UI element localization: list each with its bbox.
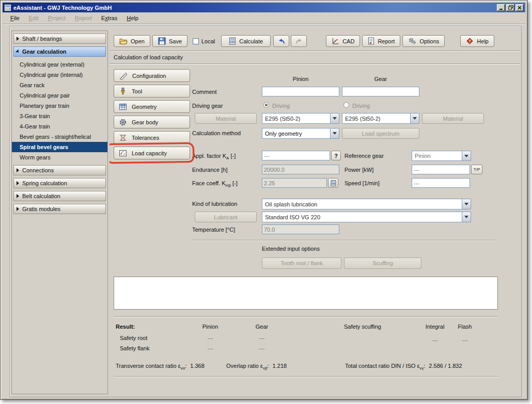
power-label: Power [kW] (345, 167, 373, 173)
tool-button[interactable]: Tool (114, 85, 190, 98)
lubricant-select[interactable]: Standard ISO VG 220 (262, 212, 471, 222)
chevron-right-icon (17, 168, 19, 172)
tolerances-button[interactable]: Tolerances (114, 131, 190, 144)
redo-button[interactable] (291, 35, 307, 47)
chevron-right-icon (17, 207, 19, 211)
app-area: Shaft / bearings Gear calculation Cylind… (9, 26, 522, 397)
menu-edit[interactable]: Edit (24, 13, 43, 23)
sidebar-item-belt-calculation[interactable]: Belt calculation (13, 191, 106, 201)
extended-options-label: Extended input options (262, 246, 320, 252)
result-bottom-separator (114, 376, 498, 377)
menu-help[interactable]: Help (122, 13, 143, 23)
sidebar-item-gear-calculation[interactable]: Gear calculation (13, 46, 106, 57)
calculation-method-select[interactable]: Only geometry (262, 128, 339, 139)
form-separator (192, 240, 496, 241)
chevron-down-icon[interactable] (330, 128, 339, 138)
material-gear-select[interactable]: E295 (St50-2) (342, 113, 419, 124)
face-coefficient-label: Face coeff. KHβ [-] (192, 180, 238, 188)
material-pinion-select[interactable]: E295 (St50-2) (262, 113, 339, 124)
sidebar-item-gear-rack[interactable]: Gear rack (12, 80, 107, 90)
restore-icon (508, 5, 513, 10)
calculate-button[interactable]: Calculate (221, 35, 271, 47)
cad-button[interactable]: CAD (326, 35, 360, 47)
load-spectrum-button[interactable]: Load spectrum (342, 128, 419, 139)
sidebar-item-shaft-bearings[interactable]: Shaft / bearings (13, 34, 106, 44)
local-checkbox[interactable] (193, 38, 199, 44)
sidebar-item-cylindrical-gear-internal[interactable]: Cylindrical gear (internal) (12, 70, 107, 80)
open-button[interactable]: Open (114, 35, 150, 47)
power-torque-toggle-button[interactable]: T/P (471, 165, 482, 174)
reference-gear-select[interactable]: Pinion (412, 151, 471, 161)
sidebar-item-4-gear-train[interactable]: 4-Gear train (12, 121, 107, 132)
report-button[interactable]: Report (362, 35, 400, 47)
material-button-gear[interactable]: Material (422, 113, 484, 124)
tool-icon (119, 87, 127, 95)
calculation-method-label: Calculation method (192, 130, 241, 136)
chevron-down-icon[interactable] (462, 212, 471, 222)
chevron-expanded-icon (15, 49, 20, 54)
menu-extras[interactable]: Extras (97, 13, 122, 23)
result-safety-scuffing-header: Safety scuffing (344, 324, 381, 330)
safety-root-label: Safety root (120, 335, 147, 341)
face-coefficient-input[interactable] (262, 178, 327, 188)
options-button[interactable]: Options (402, 35, 445, 47)
face-coefficient-calculator-button[interactable] (328, 178, 338, 188)
sidebar-item-cylindrical-gear-pair[interactable]: Cylindrical gear pair (12, 90, 107, 101)
safety-root-pinion-value: --- (208, 335, 213, 341)
sidebar-item-planetary-gear-train[interactable]: Planetary gear train (12, 101, 107, 111)
sidebar-item-3-gear-train[interactable]: 3-Gear train (12, 111, 107, 121)
tooth-root-flank-button[interactable]: Tooth root / flank (262, 257, 341, 269)
sidebar-item-spiral-bevel-gears[interactable]: Spiral bevel gears (12, 142, 107, 152)
endurance-input[interactable] (262, 165, 339, 174)
chevron-right-icon (17, 37, 19, 41)
restore-button[interactable] (506, 4, 514, 11)
comment-pinion-input[interactable] (262, 87, 339, 96)
sidebar-item-connections[interactable]: Connections (13, 165, 106, 175)
result-flash-header: Flash (458, 324, 472, 330)
gear-body-icon (119, 118, 127, 126)
toolbar-separator (109, 51, 520, 52)
application-factor-help-button[interactable]: ? (331, 151, 341, 160)
chevron-right-icon (17, 181, 19, 185)
lubrication-label: Kind of lubrication (192, 201, 237, 207)
undo-button[interactable] (273, 35, 289, 47)
material-button-pinion[interactable]: Material (195, 113, 257, 124)
lubricant-button[interactable]: Lubricant (195, 212, 257, 222)
power-input[interactable] (412, 165, 470, 174)
sidebar-item-gratis-modules[interactable]: Gratis modules (13, 204, 106, 214)
sidebar-item-bevel-gears[interactable]: Bevel gears - straight/helical (12, 132, 107, 142)
help-button[interactable]: ? Help (460, 35, 494, 47)
menu-file[interactable]: File (6, 13, 24, 23)
save-button[interactable]: Save (152, 35, 187, 47)
sidebar-item-spring-calculation[interactable]: Spring calculation (13, 178, 106, 188)
cad-drawing-icon (332, 38, 339, 45)
menu-project[interactable]: Project (43, 13, 70, 23)
gear-body-button[interactable]: Gear body (114, 116, 190, 128)
close-button[interactable] (515, 4, 524, 11)
driving-gear-radio[interactable] (343, 102, 349, 108)
local-checkbox-label: Local (201, 38, 215, 44)
configuration-icon (119, 72, 128, 80)
sidebar-item-cylindrical-gear-external[interactable]: Cylindrical gear (external) (12, 59, 107, 70)
temperature-label: Temperature [°C] (192, 227, 235, 233)
comment-gear-input[interactable] (342, 87, 419, 96)
chevron-down-icon[interactable] (330, 114, 339, 123)
lubrication-select[interactable]: Oil splash lubrication (262, 199, 471, 209)
driving-pinion-radio[interactable] (263, 102, 269, 108)
chevron-down-icon[interactable] (462, 199, 471, 209)
speed-input[interactable] (412, 178, 470, 188)
temperature-input[interactable] (262, 224, 339, 234)
application-factor-input[interactable] (262, 151, 330, 160)
window-title: eAssistant - GWJ Technology GmbH (13, 5, 112, 11)
sidebar-item-worm-gears[interactable]: Worm gears (12, 152, 107, 163)
result-panel: Result: Pinion Gear Safety scuffing Inte… (114, 316, 498, 377)
menu-bar: File Edit Project Report Extras Help (3, 12, 525, 24)
load-capacity-button[interactable]: Load capacity (114, 147, 190, 159)
chevron-down-icon[interactable] (410, 114, 419, 123)
minimize-button[interactable] (497, 4, 505, 11)
scuffing-button[interactable]: Scuffing (344, 257, 421, 269)
geometry-button[interactable]: Geometry (114, 100, 190, 113)
menu-report[interactable]: Report (70, 13, 97, 23)
configuration-button[interactable]: Configuration (114, 69, 190, 82)
chevron-down-icon[interactable] (462, 151, 471, 160)
